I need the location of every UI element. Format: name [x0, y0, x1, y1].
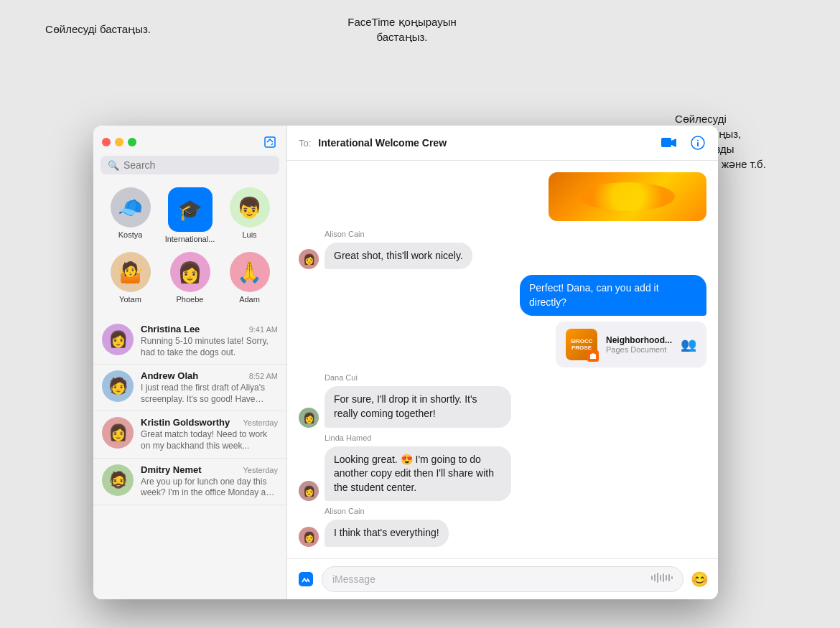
message-group-linda: Linda Hamed 👩 Looking great. 😍 I'm going…	[299, 433, 706, 502]
svg-rect-9	[660, 575, 661, 581]
to-label: To:	[299, 138, 311, 149]
convo-avatar-christina: 👩	[102, 324, 134, 355]
chat-header: To: Interational Welcome Crew	[287, 126, 718, 161]
convo-header-andrew: Andrew Olah 8:52 AM	[141, 370, 278, 381]
conversation-item-dmitry[interactable]: 🧔 Dmitry Nemet Yesterday Are you up for …	[93, 459, 286, 505]
conversation-item-christina[interactable]: 👩 Christina Lee 9:41 AM Running 5-10 min…	[93, 318, 286, 365]
conversation-list: 👩 Christina Lee 9:41 AM Running 5-10 min…	[93, 318, 286, 599]
sidebar: 🔍 🧢 Kostya 🎓 International... 👦 Luis	[93, 126, 287, 599]
message-row-linda: 👩 Looking great. 😍 I'm going to do anoth…	[299, 446, 706, 502]
close-button[interactable]	[102, 138, 111, 146]
bubble-linda: Looking great. 😍 I'm going to do another…	[325, 446, 511, 502]
sender-alison-1: Alison Cain	[299, 230, 706, 238]
message-group-dana: Dana Cui 👩 For sure, I'll drop it in sho…	[299, 373, 706, 427]
search-bar[interactable]: 🔍	[101, 156, 279, 174]
svg-rect-10	[663, 573, 664, 582]
convo-preview-christina: Running 5-10 minutes late! Sorry, had to…	[141, 336, 278, 358]
contact-label-international: International...	[165, 235, 215, 243]
message-input-field[interactable]: iMessage	[322, 566, 683, 592]
search-input[interactable]	[123, 159, 272, 171]
doc-name: Neighborhood...	[606, 335, 672, 345]
photo-message	[549, 172, 706, 221]
search-icon: 🔍	[108, 160, 119, 171]
message-row-dana: 👩 For sure, I'll drop it in shortly. It'…	[299, 386, 706, 427]
convo-preview-dmitry: Are you up for lunch one day this week? …	[141, 477, 278, 499]
titlebar	[93, 126, 286, 156]
convo-name-christina: Christina Lee	[141, 324, 200, 334]
callout-facetime: FaceTime қоңырауын бастаңыз.	[330, 14, 474, 44]
pinned-contact-kostya[interactable]: 🧢 Kostya	[105, 187, 157, 243]
app-store-button[interactable]	[296, 569, 316, 589]
message-row-alison-2: 👩 I think that's everything!	[299, 520, 706, 547]
svg-rect-12	[668, 574, 670, 581]
sender-alison-2: Alison Cain	[299, 507, 706, 515]
convo-name-andrew: Andrew Olah	[141, 370, 198, 381]
convo-header-christina: Christina Lee 9:41 AM	[141, 324, 278, 334]
facetime-button[interactable]	[661, 134, 678, 151]
contact-label-luis: Luis	[242, 230, 256, 239]
header-icons	[661, 134, 706, 151]
avatar-yotam: 🤷	[111, 252, 151, 292]
message-group-alison-2: Alison Cain 👩 I think that's everything!	[299, 507, 706, 547]
emoji-button[interactable]: 😊	[689, 569, 709, 589]
msg-avatar-dana: 👩	[299, 408, 319, 428]
maximize-button[interactable]	[128, 138, 136, 146]
conversation-item-kristin[interactable]: 👩 Kristin Goldsworthy Yesterday Great ma…	[93, 411, 286, 458]
pinned-contact-luis[interactable]: 👦 Luis	[224, 187, 276, 243]
svg-point-3	[697, 140, 699, 141]
bubble-dana: For sure, I'll drop it in shortly. It's …	[325, 386, 511, 427]
pinned-contacts: 🧢 Kostya 🎓 International... 👦 Luis 🤷 Yot…	[93, 182, 286, 318]
msg-avatar-alison: 👩	[299, 249, 319, 269]
avatar-phoebe: 👩	[170, 252, 210, 292]
avatar-luis: 👦	[230, 187, 270, 228]
msg-avatar-linda: 👩	[299, 481, 319, 501]
imessage-placeholder: iMessage	[332, 573, 375, 585]
conversation-item-andrew[interactable]: 🧑 Andrew Olah 8:52 AM I just read the fi…	[93, 365, 286, 411]
convo-content-christina: Christina Lee 9:41 AM Running 5-10 minut…	[141, 324, 278, 358]
pinned-contact-yotam[interactable]: 🤷 Yotam	[105, 252, 157, 304]
avatar-adam: 🙏	[230, 252, 270, 292]
chat-area: To: Interational Welcome Crew	[287, 126, 718, 599]
input-area: iMessage 😊	[287, 558, 718, 599]
bubble-alison-1: Great shot, this'll work nicely.	[325, 243, 472, 270]
bubble-sent-1: Perfect! Dana, can you add it directly?	[520, 275, 706, 316]
pinned-contact-phoebe[interactable]: 👩 Phoebe	[164, 252, 216, 304]
convo-time-christina: 9:41 AM	[249, 325, 278, 334]
message-row-alison-1: 👩 Great shot, this'll work nicely.	[299, 243, 706, 270]
pinned-contact-international[interactable]: 🎓 International...	[164, 187, 216, 243]
compose-button[interactable]	[262, 134, 278, 150]
avatar-kostya: 🧢	[111, 187, 151, 228]
pinned-contact-adam[interactable]: 🙏 Adam	[224, 252, 276, 304]
convo-header-kristin: Kristin Goldsworthy Yesterday	[141, 417, 278, 428]
doc-attachment-wrapper: SIROCCPROSE Neighborhood... Pages Docume…	[556, 322, 706, 367]
convo-avatar-dmitry: 🧔	[102, 464, 134, 496]
minimize-button[interactable]	[115, 138, 123, 146]
convo-content-kristin: Kristin Goldsworthy Yesterday Great matc…	[141, 417, 278, 451]
callout-start-conversation: Сөйлесуді бастаңыз.	[22, 22, 151, 37]
msg-avatar-alison-2: 👩	[299, 527, 319, 547]
convo-content-dmitry: Dmitry Nemet Yesterday Are you up for lu…	[141, 464, 278, 499]
audio-waveform-icon	[651, 572, 673, 586]
contact-label-kostya: Kostya	[118, 230, 143, 239]
svg-rect-11	[666, 575, 667, 581]
svg-rect-7	[654, 574, 655, 581]
convo-header-dmitry: Dmitry Nemet Yesterday	[141, 464, 278, 475]
convo-avatar-kristin: 👩	[102, 417, 134, 449]
doc-info: Neighborhood... Pages Document	[606, 335, 672, 354]
convo-time-kristin: Yesterday	[243, 418, 278, 427]
contact-label-phoebe: Phoebe	[177, 295, 204, 304]
doc-icon-wrapper: SIROCCPROSE	[566, 329, 597, 360]
convo-name-dmitry: Dmitry Nemet	[141, 464, 202, 475]
messages-area: Alison Cain 👩 Great shot, this'll work n…	[287, 161, 718, 558]
convo-time-dmitry: Yesterday	[243, 466, 278, 474]
doc-attachment: SIROCCPROSE Neighborhood... Pages Docume…	[556, 322, 706, 367]
svg-rect-13	[671, 576, 673, 579]
convo-content-andrew: Andrew Olah 8:52 AM I just read the firs…	[141, 370, 278, 405]
svg-rect-4	[697, 142, 699, 146]
avatar-international: 🎓	[168, 187, 213, 232]
info-button[interactable]	[689, 134, 706, 151]
pinned-row-1: 🧢 Kostya 🎓 International... 👦 Luis	[101, 187, 279, 243]
share-icon[interactable]: 👥	[681, 337, 696, 352]
contact-label-yotam: Yotam	[119, 295, 141, 304]
svg-rect-6	[651, 576, 653, 580]
